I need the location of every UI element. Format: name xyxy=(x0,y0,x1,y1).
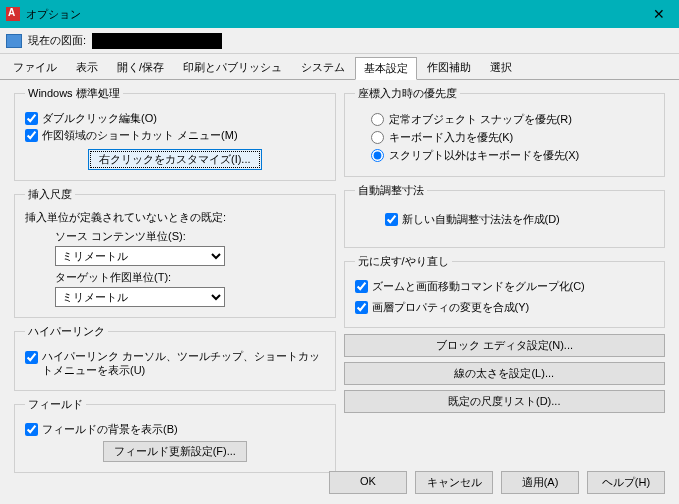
chk-layer-combine[interactable]: 画層プロパティの変更を合成(Y) xyxy=(355,300,655,315)
chk-layer-combine-input[interactable] xyxy=(355,301,368,314)
tab-file[interactable]: ファイル xyxy=(4,56,66,79)
insert-scale-note: 挿入単位が定義されていないときの既定: xyxy=(25,210,325,225)
chk-hyperlink[interactable]: ハイパーリンク カーソル、ツールチップ、ショートカットメニューを表示(U) xyxy=(25,349,325,378)
left-column: Windows 標準処理 ダブルクリック編集(O) 作図領域のショートカット メ… xyxy=(10,86,340,464)
chk-hyperlink-input[interactable] xyxy=(25,351,38,364)
radio-osnap[interactable]: 定常オブジェクト スナップを優先(R) xyxy=(371,112,655,127)
legend-coord-priority: 座標入力時の優先度 xyxy=(355,86,460,101)
src-units-select[interactable]: ミリメートル xyxy=(55,246,225,266)
doc-label: 現在の図面: xyxy=(28,33,86,48)
chk-dblclick-edit-input[interactable] xyxy=(25,112,38,125)
tab-drafting[interactable]: 作図補助 xyxy=(418,56,480,79)
group-undo-redo: 元に戻す/やり直し ズームと画面移動コマンドをグループ化(C) 画層プロパティの… xyxy=(344,254,666,328)
tgt-units-label: ターゲット作図単位(T): xyxy=(55,270,325,285)
chk-field-bg[interactable]: フィールドの背景を表示(B) xyxy=(25,422,325,437)
legend-insert-scale: 挿入尺度 xyxy=(25,187,75,202)
radio-keyboard-except-script-input[interactable] xyxy=(371,149,384,162)
chk-field-bg-input[interactable] xyxy=(25,423,38,436)
tab-system[interactable]: システム xyxy=(292,56,354,79)
right-column: 座標入力時の優先度 定常オブジェクト スナップを優先(R) キーボード入力を優先… xyxy=(340,86,670,464)
legend-hyperlink: ハイパーリンク xyxy=(25,324,108,339)
help-button[interactable]: ヘルプ(H) xyxy=(587,471,665,494)
content: Windows 標準処理 ダブルクリック編集(O) 作図領域のショートカット メ… xyxy=(0,80,679,468)
group-windows-standard: Windows 標準処理 ダブルクリック編集(O) 作図領域のショートカット メ… xyxy=(14,86,336,181)
drawing-icon xyxy=(6,34,22,48)
legend-windows-standard: Windows 標準処理 xyxy=(25,86,123,101)
apply-button[interactable]: 適用(A) xyxy=(501,471,579,494)
tab-user-prefs[interactable]: 基本設定 xyxy=(355,57,417,80)
ok-button[interactable]: OK xyxy=(329,471,407,494)
tgt-units-select[interactable]: ミリメートル xyxy=(55,287,225,307)
chk-assoc-dim[interactable]: 新しい自動調整寸法法を作成(D) xyxy=(385,212,655,227)
legend-assoc-dim: 自動調整寸法 xyxy=(355,183,427,198)
lineweight-settings-button[interactable]: 線の太さを設定(L)... xyxy=(344,362,666,385)
doc-name-redacted xyxy=(92,33,222,49)
chk-shortcut-menu[interactable]: 作図領域のショートカット メニュー(M) xyxy=(25,128,325,143)
radio-keyboard[interactable]: キーボード入力を優先(K) xyxy=(371,130,655,145)
chk-shortcut-menu-input[interactable] xyxy=(25,129,38,142)
radio-keyboard-input[interactable] xyxy=(371,131,384,144)
chk-assoc-dim-input[interactable] xyxy=(385,213,398,226)
default-scale-list-button[interactable]: 既定の尺度リスト(D)... xyxy=(344,390,666,413)
tab-strip: ファイル 表示 開く/保存 印刷とパブリッシュ システム 基本設定 作図補助 選… xyxy=(0,54,679,80)
block-editor-settings-button[interactable]: ブロック エディタ設定(N)... xyxy=(344,334,666,357)
radio-keyboard-except-script[interactable]: スクリプト以外はキーボードを優先(X) xyxy=(371,148,655,163)
src-units-label: ソース コンテンツ単位(S): xyxy=(55,229,325,244)
tab-display[interactable]: 表示 xyxy=(67,56,107,79)
cancel-button[interactable]: キャンセル xyxy=(415,471,493,494)
chk-zoom-group-input[interactable] xyxy=(355,280,368,293)
group-fields: フィールド フィールドの背景を表示(B) フィールド更新設定(F)... xyxy=(14,397,336,473)
field-update-settings-button[interactable]: フィールド更新設定(F)... xyxy=(103,441,247,462)
chk-dblclick-edit[interactable]: ダブルクリック編集(O) xyxy=(25,111,325,126)
legend-undo-redo: 元に戻す/やり直し xyxy=(355,254,452,269)
group-assoc-dim: 自動調整寸法 新しい自動調整寸法法を作成(D) xyxy=(344,183,666,248)
titlebar: オプション ✕ xyxy=(0,0,679,28)
chk-zoom-group[interactable]: ズームと画面移動コマンドをグループ化(C) xyxy=(355,279,655,294)
dialog-buttons: OK キャンセル 適用(A) ヘルプ(H) xyxy=(329,471,665,494)
window-title: オプション xyxy=(26,7,645,22)
group-insert-scale: 挿入尺度 挿入単位が定義されていないときの既定: ソース コンテンツ単位(S):… xyxy=(14,187,336,318)
tab-open-save[interactable]: 開く/保存 xyxy=(108,56,173,79)
tab-plot[interactable]: 印刷とパブリッシュ xyxy=(174,56,291,79)
group-coord-priority: 座標入力時の優先度 定常オブジェクト スナップを優先(R) キーボード入力を優先… xyxy=(344,86,666,177)
doc-row: 現在の図面: xyxy=(0,28,679,54)
right-click-customize-button[interactable]: 右クリックをカスタマイズ(I)... xyxy=(88,149,262,170)
radio-osnap-input[interactable] xyxy=(371,113,384,126)
app-icon xyxy=(6,7,20,21)
close-icon[interactable]: ✕ xyxy=(645,6,673,22)
tab-selection[interactable]: 選択 xyxy=(481,56,521,79)
group-hyperlink: ハイパーリンク ハイパーリンク カーソル、ツールチップ、ショートカットメニューを… xyxy=(14,324,336,391)
legend-fields: フィールド xyxy=(25,397,86,412)
